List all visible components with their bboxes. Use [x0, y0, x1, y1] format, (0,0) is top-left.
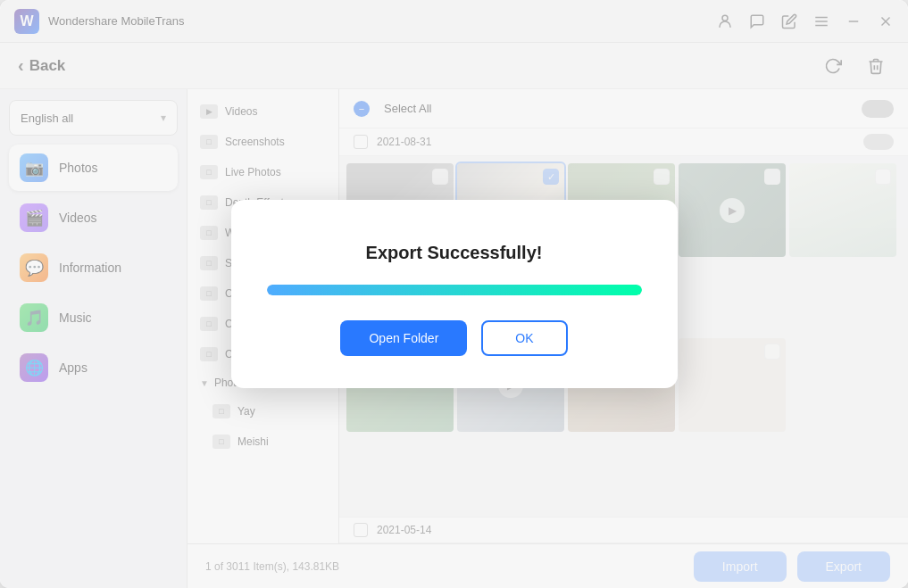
progress-bar-fill [267, 285, 642, 295]
modal-title: Export Successfully! [366, 243, 543, 263]
progress-bar-container [267, 285, 642, 295]
modal-actions: Open Folder OK [340, 320, 567, 356]
export-success-modal: Export Successfully! Open Folder OK [231, 200, 678, 388]
ok-button[interactable]: OK [481, 320, 567, 356]
app-window: W Wondershare MobileTrans [0, 0, 908, 588]
open-folder-button[interactable]: Open Folder [340, 320, 467, 356]
modal-overlay: Export Successfully! Open Folder OK [0, 0, 908, 588]
